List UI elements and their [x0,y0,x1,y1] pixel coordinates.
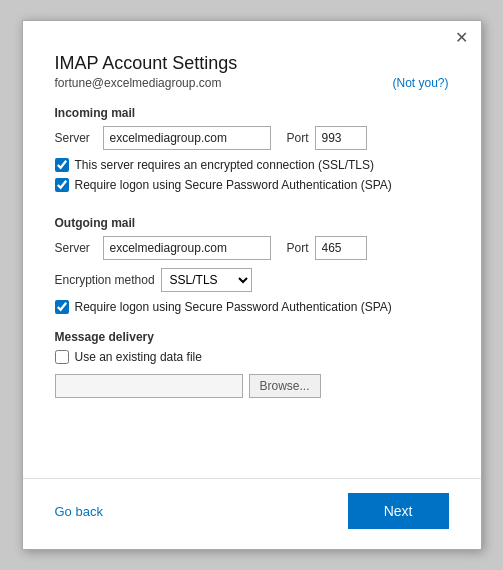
close-button[interactable]: ✕ [451,27,473,49]
incoming-ssl-checkbox-row: This server requires an encrypted connec… [55,158,449,172]
existing-data-file-label: Use an existing data file [75,350,202,364]
outgoing-port-label: Port [287,241,309,255]
incoming-server-row: Server Port [55,126,449,150]
outgoing-server-input[interactable] [103,236,271,260]
account-row: fortune@excelmediagroup.com (Not you?) [55,76,449,90]
go-back-button[interactable]: Go back [55,504,103,519]
incoming-mail-label: Incoming mail [55,106,449,120]
incoming-port-label: Port [287,131,309,145]
title-bar: ✕ [23,21,481,49]
incoming-server-input[interactable] [103,126,271,150]
imap-account-settings-dialog: ✕ IMAP Account Settings fortune@excelmed… [22,20,482,550]
outgoing-server-row: Server Port [55,236,449,260]
encryption-row: Encryption method SSL/TLS STARTTLS None [55,268,449,292]
account-email: fortune@excelmediagroup.com [55,76,222,90]
incoming-ssl-checkbox[interactable] [55,158,69,172]
incoming-spa-checkbox[interactable] [55,178,69,192]
outgoing-spa-checkbox-row: Require logon using Secure Password Auth… [55,300,449,314]
dialog-body: IMAP Account Settings fortune@excelmedia… [23,49,481,478]
dialog-title: IMAP Account Settings [55,53,449,74]
not-you-link[interactable]: (Not you?) [392,76,448,90]
data-file-path-input[interactable] [55,374,243,398]
browse-button[interactable]: Browse... [249,374,321,398]
outgoing-spa-checkbox[interactable] [55,300,69,314]
incoming-port-input[interactable] [315,126,367,150]
message-delivery-label: Message delivery [55,330,449,344]
browse-row: Browse... [55,374,449,398]
outgoing-port-input[interactable] [315,236,367,260]
incoming-spa-label: Require logon using Secure Password Auth… [75,178,392,192]
outgoing-mail-label: Outgoing mail [55,216,449,230]
encryption-label: Encryption method [55,273,155,287]
existing-data-file-checkbox[interactable] [55,350,69,364]
incoming-spa-checkbox-row: Require logon using Secure Password Auth… [55,178,449,192]
encryption-select[interactable]: SSL/TLS STARTTLS None [161,268,252,292]
incoming-ssl-label: This server requires an encrypted connec… [75,158,374,172]
incoming-server-label: Server [55,131,97,145]
existing-data-file-checkbox-row: Use an existing data file [55,350,449,364]
outgoing-server-label: Server [55,241,97,255]
close-icon: ✕ [455,30,468,46]
footer: Go back Next [23,478,481,549]
next-button[interactable]: Next [348,493,449,529]
outgoing-spa-label: Require logon using Secure Password Auth… [75,300,392,314]
